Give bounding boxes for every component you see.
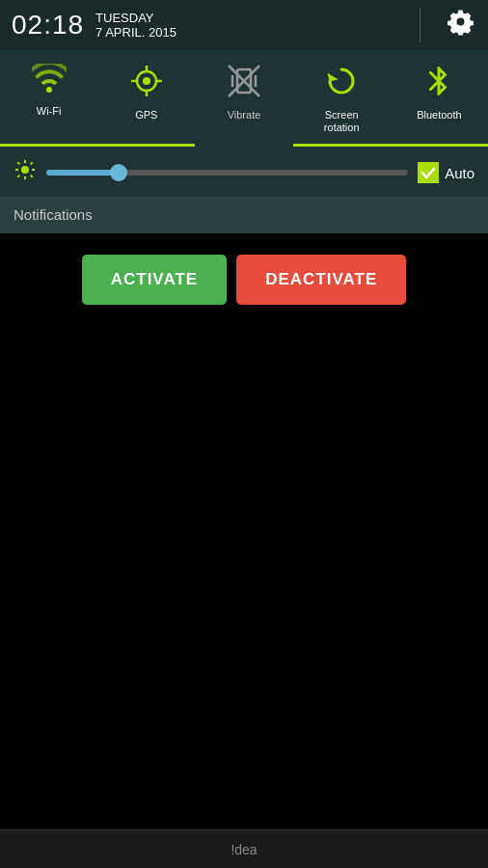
- brightness-slider[interactable]: [46, 170, 408, 176]
- screen-rotation-icon: [324, 64, 359, 103]
- activate-button[interactable]: ACTIVATE: [82, 255, 227, 305]
- brightness-row: Auto: [0, 149, 488, 197]
- svg-line-18: [31, 163, 33, 165]
- auto-label: Auto: [445, 165, 474, 181]
- status-bar: 02:18 TUESDAY 7 APRIL. 2015: [0, 0, 488, 50]
- svg-line-16: [17, 163, 19, 165]
- wifi-icon: [32, 64, 67, 99]
- gear-icon[interactable]: [447, 9, 474, 42]
- vibrate-icon: [227, 64, 261, 103]
- status-time: 02:18: [12, 10, 84, 41]
- brightness-thumb[interactable]: [110, 164, 127, 181]
- toggle-gps[interactable]: GPS: [97, 50, 195, 147]
- toggle-screen-rotation[interactable]: Screen rotation: [293, 50, 391, 147]
- toggle-bluetooth[interactable]: Bluetooth: [391, 50, 488, 147]
- deactivate-button[interactable]: DEACTIVATE: [236, 255, 406, 305]
- main-content: [0, 326, 488, 789]
- status-divider: [420, 8, 420, 42]
- bottom-bar: !dea: [0, 829, 488, 868]
- brightness-icon: [14, 158, 37, 187]
- svg-point-11: [21, 166, 29, 174]
- brightness-fill: [46, 170, 119, 176]
- gps-label: GPS: [135, 109, 157, 122]
- bottom-bar-text: !dea: [230, 842, 257, 857]
- notifications-header: Notifications: [0, 197, 488, 233]
- status-day: TUESDAY: [95, 11, 176, 25]
- quick-toggles: Wi-Fi GPS: [0, 50, 488, 149]
- svg-line-19: [17, 176, 19, 177]
- svg-line-17: [31, 176, 33, 177]
- bluetooth-icon: [421, 64, 456, 103]
- wifi-label: Wi-Fi: [37, 105, 62, 118]
- auto-checkbox[interactable]: [418, 162, 439, 183]
- auto-brightness-control[interactable]: Auto: [418, 162, 474, 183]
- gps-icon: [129, 64, 164, 103]
- screen-rotation-label: Screen rotation: [324, 109, 360, 134]
- buttons-row: ACTIVATE DEACTIVATE: [0, 233, 488, 326]
- notifications-title: Notifications: [14, 206, 93, 223]
- bluetooth-label: Bluetooth: [417, 109, 461, 122]
- toggle-vibrate[interactable]: Vibrate: [195, 50, 292, 147]
- status-date: 7 APRIL. 2015: [95, 25, 176, 40]
- status-date-block: TUESDAY 7 APRIL. 2015: [95, 11, 176, 40]
- vibrate-label: Vibrate: [228, 109, 261, 122]
- svg-point-1: [143, 77, 150, 85]
- toggle-wifi[interactable]: Wi-Fi: [0, 50, 97, 147]
